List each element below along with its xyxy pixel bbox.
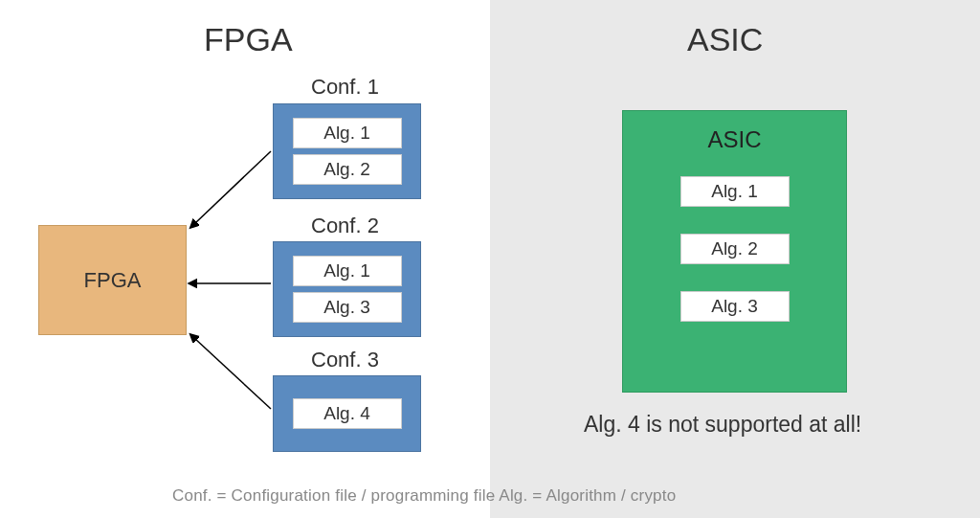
fpga-title: FPGA — [204, 21, 293, 58]
conf2-label: Conf. 2 — [311, 214, 379, 238]
svg-line-0 — [194, 151, 271, 224]
asic-box: ASIC Alg. 1 Alg. 2 Alg. 3 — [622, 110, 847, 393]
legend: Conf. = Configuration file / programming… — [172, 486, 676, 506]
conf3-alg1: Alg. 4 — [293, 398, 402, 429]
conf1-alg1: Alg. 1 — [293, 118, 402, 148]
asic-alg1: Alg. 1 — [680, 176, 790, 207]
conf1-alg2: Alg. 2 — [293, 154, 402, 185]
svg-line-2 — [194, 338, 271, 409]
fpga-box: FPGA — [38, 225, 187, 335]
fpga-box-label: FPGA — [84, 268, 142, 293]
arrow-conf2 — [187, 274, 273, 293]
asic-note: Alg. 4 is not supported at all! — [584, 412, 861, 438]
conf1-box: Alg. 1 Alg. 2 — [273, 103, 421, 199]
asic-title: ASIC — [687, 21, 763, 58]
conf3-box: Alg. 4 — [273, 375, 421, 452]
conf2-alg2: Alg. 3 — [293, 292, 402, 323]
conf1-label: Conf. 1 — [311, 75, 379, 100]
asic-alg3: Alg. 3 — [680, 291, 790, 322]
asic-box-label: ASIC — [707, 126, 761, 153]
conf2-box: Alg. 1 Alg. 3 — [273, 241, 421, 337]
arrow-conf3 — [187, 330, 273, 417]
asic-alg2: Alg. 2 — [680, 234, 790, 264]
conf2-alg1: Alg. 1 — [293, 256, 402, 286]
arrow-conf1 — [187, 144, 273, 230]
conf3-label: Conf. 3 — [311, 348, 379, 372]
